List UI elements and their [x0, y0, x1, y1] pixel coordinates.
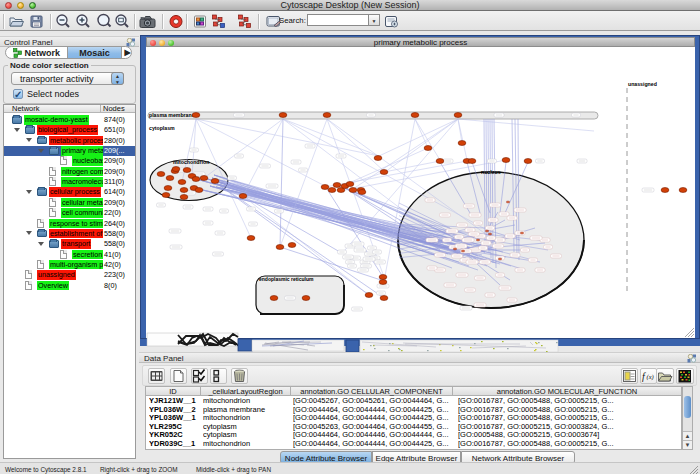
- svg-text:unassigned: unassigned: [628, 81, 657, 87]
- svg-text:mitochondrion: mitochondrion: [173, 159, 209, 165]
- svg-text:f: f: [642, 371, 646, 382]
- svg-text:nucleus: nucleus: [481, 169, 501, 175]
- svg-text:endoplasmic reticulum: endoplasmic reticulum: [259, 276, 314, 282]
- svg-text:(x): (x): [647, 373, 654, 381]
- svg-text:cytoplasm: cytoplasm: [149, 125, 175, 131]
- svg-text:plasma membrane: plasma membrane: [149, 112, 195, 118]
